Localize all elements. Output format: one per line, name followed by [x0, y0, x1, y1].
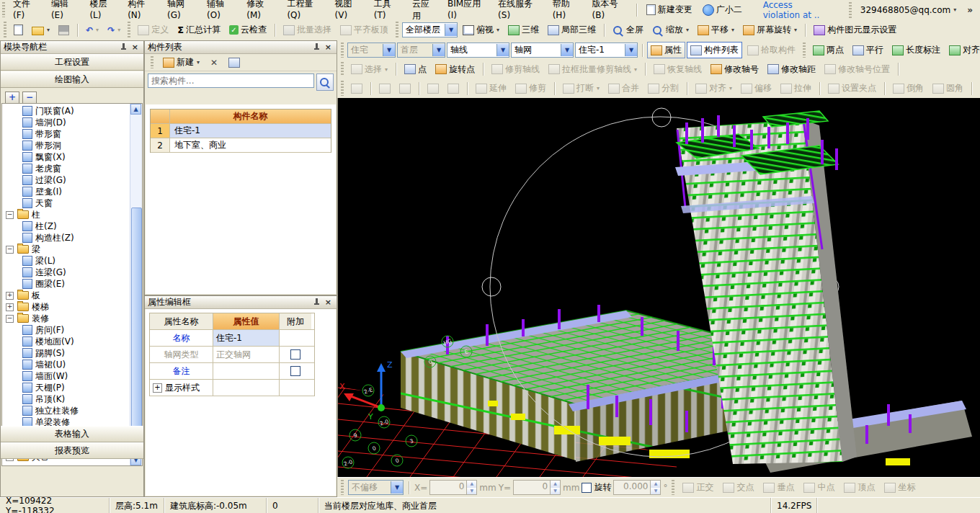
- tree-item[interactable]: 构造柱(Z): [2, 232, 130, 244]
- spin-up-icon[interactable]: ▲: [467, 481, 476, 488]
- toolbar-grip[interactable]: [341, 81, 344, 96]
- chevron-down-icon[interactable]: ▼: [391, 481, 403, 494]
- tree-item[interactable]: 楼地面(V): [2, 336, 130, 347]
- stretch-button[interactable]: 拉伸: [777, 80, 815, 97]
- tree-folder[interactable]: −装修: [2, 313, 130, 324]
- orbit-handle-top[interactable]: [652, 108, 671, 127]
- element-display-settings-button[interactable]: 构件图元显示设置: [810, 22, 900, 38]
- copy-component-button[interactable]: [225, 55, 244, 70]
- floor-filter-combo[interactable]: 全部楼层▼: [402, 22, 458, 37]
- tree-item[interactable]: 圈梁(E): [2, 278, 130, 290]
- delete-component-button[interactable]: ✕: [207, 55, 221, 70]
- table-row[interactable]: 2地下室、商业: [151, 138, 331, 153]
- orbit-handle-left[interactable]: [482, 277, 501, 296]
- coordinate-button[interactable]: 坐标: [881, 479, 919, 496]
- batch-select-button[interactable]: 批量选择: [280, 22, 335, 38]
- tree-item[interactable]: 天棚(P): [2, 382, 130, 393]
- tree-item[interactable]: 老虎窗: [2, 163, 130, 174]
- tree-item[interactable]: 带形洞: [2, 140, 130, 151]
- pin-icon[interactable]: [313, 43, 320, 52]
- box-trim-axis-button[interactable]: 拉框批量修剪轴线▾: [545, 61, 641, 78]
- account-dropdown[interactable]: 329468805@qq.com▾: [857, 3, 960, 17]
- search-input[interactable]: [148, 73, 314, 88]
- tree-item[interactable]: 吊顶(K): [2, 393, 130, 405]
- align-button[interactable]: 对齐▾: [692, 80, 736, 97]
- spin-down-icon[interactable]: ▼: [651, 488, 660, 495]
- component-name[interactable]: 地下室、商业: [170, 138, 331, 152]
- tree-folder[interactable]: +板: [2, 290, 130, 301]
- save-button[interactable]: [55, 23, 73, 37]
- undo-button[interactable]: ↶▾: [82, 23, 102, 37]
- angle-spinner[interactable]: 0.000▲▼: [613, 480, 661, 495]
- open-file-button[interactable]: ▾: [28, 22, 53, 37]
- drawing-input-button[interactable]: 绘图输入: [1, 71, 143, 88]
- edit-axis-number-button[interactable]: 修改轴号: [707, 61, 762, 78]
- 3d-model-canvas[interactable]: HGE02-E2-0902-003 X Z Y: [338, 98, 980, 477]
- tree-item[interactable]: 房间(F): [2, 324, 130, 336]
- tree-item[interactable]: 天窗: [2, 197, 130, 209]
- expander-icon[interactable]: +: [6, 303, 14, 311]
- rotate-button[interactable]: [444, 81, 463, 96]
- close-icon[interactable]: ×: [323, 43, 334, 52]
- property-value[interactable]: 住宅-1: [213, 330, 280, 346]
- pin-icon[interactable]: [120, 43, 127, 52]
- view-3d-button[interactable]: 三维: [504, 22, 543, 38]
- table-row[interactable]: 1住宅-1: [151, 124, 331, 138]
- parallel-button[interactable]: 平行: [849, 42, 887, 58]
- toolbar-grip[interactable]: [151, 56, 153, 68]
- midpoint-snap-button[interactable]: 中点: [800, 479, 838, 496]
- property-value[interactable]: [213, 363, 280, 379]
- expander-icon[interactable]: +: [153, 383, 162, 393]
- toolbar-grip[interactable]: [672, 480, 674, 495]
- move-button[interactable]: [424, 81, 442, 96]
- align-dim-button[interactable]: 对齐标注: [945, 42, 980, 58]
- perpendicular-snap-button[interactable]: 垂点: [760, 479, 798, 496]
- pin-icon[interactable]: [313, 298, 320, 307]
- fillet-button[interactable]: 圆角: [929, 80, 967, 97]
- tree-item[interactable]: 独立柱装修: [2, 405, 130, 416]
- tree-item[interactable]: 壁龛(I): [2, 186, 130, 197]
- spin-up-icon[interactable]: ▲: [551, 481, 560, 488]
- vertex-snap-button[interactable]: 顶点: [840, 479, 878, 496]
- tree-folder[interactable]: −柱: [2, 209, 130, 220]
- tree-item[interactable]: 门联窗(A): [2, 105, 130, 117]
- mirror-button[interactable]: [396, 81, 414, 96]
- element-combo[interactable]: 住宅-1▼: [575, 43, 638, 58]
- project-settings-button[interactable]: 工程设置: [1, 54, 143, 71]
- toolbar-grip[interactable]: [4, 22, 6, 38]
- extend-button[interactable]: 延伸: [472, 80, 510, 97]
- chamfer-button[interactable]: 倒角: [889, 80, 927, 97]
- tree-item[interactable]: 墙面(W): [2, 370, 130, 382]
- toolbar-grip[interactable]: [849, 2, 852, 18]
- intersection-snap-button[interactable]: 交点: [719, 479, 757, 496]
- spin-down-icon[interactable]: ▼: [467, 488, 476, 495]
- close-icon[interactable]: ×: [130, 43, 141, 52]
- tree-item[interactable]: 飘窗(X): [2, 151, 130, 163]
- length-dim-button[interactable]: 长度标注: [888, 42, 944, 58]
- offset-button[interactable]: 偏移: [737, 80, 775, 97]
- local-3d-button[interactable]: 局部三维: [544, 22, 600, 38]
- expander-icon[interactable]: −: [6, 211, 14, 219]
- 3d-viewport[interactable]: HGE02-E2-0902-003 X Z Y: [337, 98, 980, 477]
- tree-item[interactable]: 过梁(G): [2, 174, 130, 186]
- toolbar-grip[interactable]: [341, 62, 344, 76]
- break-button[interactable]: 打断▾: [559, 80, 603, 97]
- spin-up-icon[interactable]: ▲: [651, 481, 660, 488]
- tree-item[interactable]: 墙裙(U): [2, 359, 130, 370]
- tree-item[interactable]: 梁(L): [2, 255, 130, 267]
- new-file-button[interactable]: [10, 22, 27, 37]
- overflow-chevron[interactable]: »: [963, 5, 977, 15]
- two-point-button[interactable]: 两点: [809, 42, 847, 58]
- scroll-up-icon[interactable]: ▲: [130, 104, 141, 115]
- chevron-down-icon[interactable]: ▼: [561, 44, 573, 56]
- component-list-button[interactable]: 构件列表: [687, 42, 742, 58]
- search-button[interactable]: [316, 73, 334, 91]
- pick-component-button[interactable]: 拾取构件: [744, 42, 799, 58]
- flush-slab-top-button[interactable]: 平齐板顶: [337, 22, 392, 38]
- define-button[interactable]: 定义: [134, 22, 172, 38]
- report-preview-button[interactable]: 报表预览: [1, 442, 143, 459]
- category-combo[interactable]: 轴网▼: [511, 43, 574, 58]
- mascot-button[interactable]: 广小二: [699, 1, 746, 18]
- chevron-down-icon[interactable]: ▼: [445, 24, 457, 36]
- checkbox[interactable]: [290, 349, 300, 360]
